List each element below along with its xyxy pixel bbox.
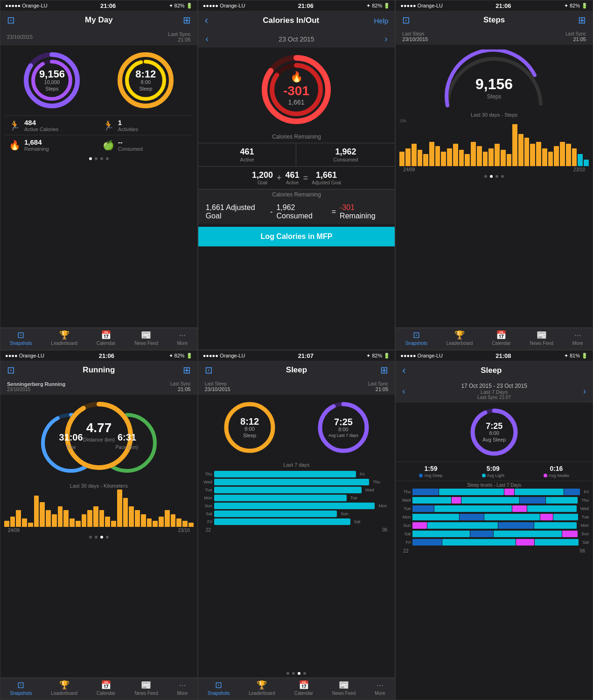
dots-row-1 xyxy=(0,154,197,163)
run-bar-16 xyxy=(99,510,105,527)
apple-icon: 🍏 xyxy=(103,140,114,151)
home-icon-4: ⊡ xyxy=(7,364,15,376)
prev-arrow-2[interactable]: ‹ xyxy=(206,34,209,44)
block-sun-1 xyxy=(412,522,426,529)
sub-header-3: Last Steps 23/10/2015 Last Sync 21:05 xyxy=(396,29,593,45)
sleep-levels-title: Sleep levels - Last 7 Days xyxy=(396,481,593,489)
steps-ring-text: 9,156 10,000 Steps xyxy=(39,69,65,91)
run-bar-15 xyxy=(93,506,98,527)
nav-calendar-1[interactable]: 📅 Calendar xyxy=(97,331,116,346)
level-right-sat: Sun xyxy=(581,532,589,536)
sleep-next-arrow[interactable]: › xyxy=(583,386,586,396)
awake-label: Avg Awake xyxy=(544,473,569,478)
y-25k: 25k xyxy=(399,119,406,123)
dots-row-3 xyxy=(396,172,593,181)
nav-more-3[interactable]: ··· More xyxy=(572,331,583,346)
run-bar-10 xyxy=(63,510,69,527)
level-row-wed: Wed Thu xyxy=(399,497,589,504)
formula2-adj: 1,661 Adjusted Goal xyxy=(206,203,266,220)
nav-leaderboard-4[interactable]: 🏆 Leaderboard xyxy=(51,681,77,696)
back-arrow-2[interactable]: ‹ xyxy=(205,14,208,27)
nav-calendar-5[interactable]: 📅 Calendar xyxy=(294,681,313,696)
formula2-op1: - xyxy=(270,208,272,216)
status-right-4: ✦ 82% 🔋 xyxy=(169,353,193,359)
sleep-right-thu: Fri xyxy=(360,472,365,476)
sleep-label-tue: Tue xyxy=(202,488,212,492)
nav-snapshots-5[interactable]: ⊡ Snapshots xyxy=(208,681,230,696)
grid-icon-1[interactable]: ⊞ xyxy=(183,14,191,26)
sleep-prev-arrow[interactable]: ‹ xyxy=(402,386,405,396)
remaining-value: 1,684 xyxy=(24,138,49,146)
steps-arc-container: 0 10,000 9,156 Steps xyxy=(396,45,593,110)
nav-newsfeed-3[interactable]: 📰 News Feed xyxy=(530,331,553,346)
stat-info-2: 1 Activities xyxy=(118,119,138,132)
more-icon-4: ··· xyxy=(179,681,186,689)
dot-4-3 xyxy=(100,536,103,539)
svg-text:🔥: 🔥 xyxy=(290,70,303,83)
nav-leaderboard-label-5: Leaderboard xyxy=(249,691,275,696)
header-title-4: Running xyxy=(83,365,115,375)
nav-newsfeed-5[interactable]: 📰 News Feed xyxy=(332,681,356,696)
grid-icon-5[interactable]: ⊞ xyxy=(380,364,388,376)
snapshots-icon-1: ⊡ xyxy=(17,331,24,339)
nav-calendar-3[interactable]: 📅 Calendar xyxy=(492,331,511,346)
more-icon-5: ··· xyxy=(377,681,384,689)
activities-icon: 🏃 xyxy=(103,120,114,131)
level-time-end: 06 xyxy=(580,548,585,553)
last-steps-date: 23/10/2015 xyxy=(402,36,428,42)
steps-bar-11 xyxy=(465,154,470,166)
activities-value: 1 xyxy=(118,119,138,126)
level-label-thu: Thu xyxy=(399,490,411,494)
nav-newsfeed-1[interactable]: 📰 News Feed xyxy=(134,331,158,346)
sleep-sub-left: Last Sleep 23/10/2015 xyxy=(205,381,230,392)
steps-chart-area: 25k 24/09 23/10 xyxy=(396,119,593,172)
nav-calendar-4[interactable]: 📅 Calendar xyxy=(97,681,116,696)
formula-active-val: 461 xyxy=(286,170,300,180)
nav-snapshots-1[interactable]: ⊡ Snapshots xyxy=(10,331,32,346)
grid-icon-4[interactable]: ⊞ xyxy=(183,364,191,376)
grid-icon-3[interactable]: ⊞ xyxy=(578,14,586,26)
run-date-start: 24/09 xyxy=(8,528,20,533)
steps-bar-2 xyxy=(412,144,417,166)
cal-stats-2: 461 Active 1,962 Consumed xyxy=(198,143,395,166)
content-4: 31:06 Time 6:31 Pace (/km) 4.77 Distance… xyxy=(0,395,197,678)
sleep-ring-text: 8:12 8:00 Sleep xyxy=(135,69,156,91)
remaining-label: Remaining xyxy=(24,146,49,152)
run-bar-17 xyxy=(105,517,110,527)
panel-my-day: ●●●●● Orange-LU 21:06 ✦ 82% 🔋 ⊡ My Day ⊞… xyxy=(0,0,198,350)
back-arrow-6[interactable]: ‹ xyxy=(402,364,405,377)
steps-bar-10 xyxy=(459,150,464,166)
sleep-1-value: 8:12 xyxy=(240,417,259,426)
nav-leaderboard-5[interactable]: 🏆 Leaderboard xyxy=(249,681,275,696)
next-arrow-2[interactable]: › xyxy=(384,34,387,44)
date-nav-2: ‹ 23 Oct 2015 › xyxy=(198,30,395,48)
run-bar-6 xyxy=(40,502,45,527)
sleep-2-label: Avg Last 7 days xyxy=(328,433,358,438)
status-right-3: ✦ 82% 🔋 xyxy=(564,3,588,9)
level-row-fri: Fri Sat xyxy=(399,539,589,546)
sleep-2-value: 7:25 xyxy=(328,417,358,427)
sleep-label-sat: Sat xyxy=(202,511,212,516)
panel-sleep-detail: ●●●●● Orange-LU 21:08 ✦ 81% 🔋 ‹ Sleep ‹ … xyxy=(395,350,593,700)
cal-formula-1: 1,200 Goal + 461 Active = 1,661 Adjusted… xyxy=(198,166,395,189)
stat-info-4: -- Consumed xyxy=(118,138,143,152)
header-bar-6: ‹ Sleep xyxy=(396,361,593,380)
nav-more-1[interactable]: ··· More xyxy=(177,331,188,346)
nav-leaderboard-1[interactable]: 🏆 Leaderboard xyxy=(51,331,77,346)
log-calories-button[interactable]: Log Calories in MFP xyxy=(198,227,395,246)
help-button-2[interactable]: Help xyxy=(374,17,388,25)
nav-more-label-4: More xyxy=(177,691,188,696)
nav-leaderboard-3[interactable]: 🏆 Leaderboard xyxy=(446,331,473,346)
level-right-thu: Fri xyxy=(584,490,589,494)
nav-more-5[interactable]: ··· More xyxy=(375,681,385,696)
nav-newsfeed-4[interactable]: 📰 News Feed xyxy=(134,681,158,696)
nav-snapshots-3[interactable]: ⊡ Snapshots xyxy=(405,331,427,346)
deep-label: Avg Deep xyxy=(419,473,442,478)
block-sun-2 xyxy=(427,522,498,529)
consumed-value: -- xyxy=(118,138,143,146)
status-bar-4: ●●●● Orange-LU 21:06 ✦ 82% 🔋 xyxy=(0,350,197,361)
nav-more-4[interactable]: ··· More xyxy=(177,681,188,696)
nav-snapshots-4[interactable]: ⊡ Snapshots xyxy=(10,681,32,696)
sleep-last7: Last 7 Days xyxy=(461,389,527,395)
formula2-adj-val: 1,661 xyxy=(206,203,224,211)
